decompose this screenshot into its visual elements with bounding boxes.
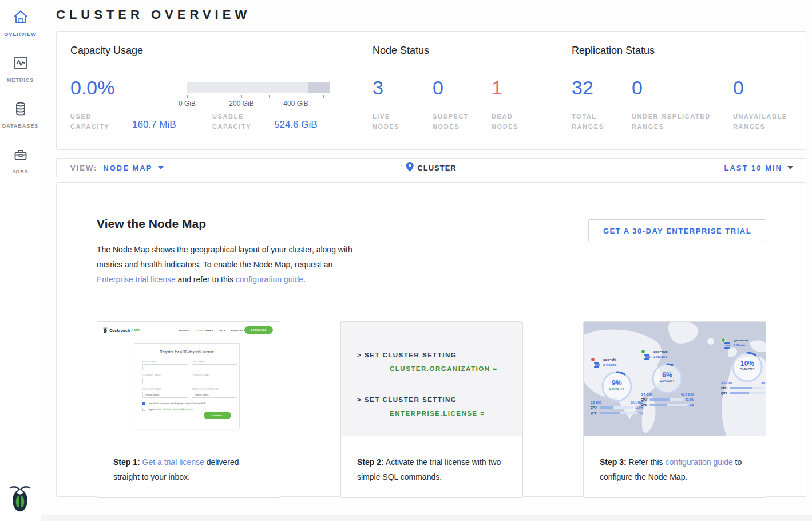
register-site-preview: Cockroach LABS PRODUCT CUSTOMERS DOCS RE… — [97, 322, 280, 436]
nav-item[interactable]: CUSTOMERS — [197, 329, 213, 332]
nav-item[interactable]: PRODUCT — [179, 329, 192, 332]
view-selector-dropdown[interactable]: VIEW: NODE MAP — [70, 159, 164, 177]
under-replicated-ranges-label: UNDER-REPLICATED RANGES — [632, 111, 723, 132]
step-prefix: Step 1: — [113, 457, 140, 467]
qps-label: QPS — [641, 403, 648, 406]
locality-widget-nyc[interactable]: geo=nyc 2 Nodes 6% CAPACITY — [641, 349, 694, 406]
replication-status-title: Replication Status — [572, 45, 655, 57]
sidebar-item-label: METRICS — [7, 77, 34, 83]
usable-capacity-label: USABLE CAPACITY — [212, 111, 264, 132]
node-map-image-preview: geo=sfo 2 Nodes 9% CAPACITY — [584, 322, 766, 436]
intro-text: The Node Map shows the geographical layo… — [97, 245, 352, 269]
usable-capacity-value: 524.6 GiB — [274, 119, 318, 131]
configuration-guide-link[interactable]: configuration guide — [236, 275, 303, 284]
capacity-percent: 6% — [651, 371, 684, 379]
cpu-label: CPU — [721, 386, 728, 390]
license-agree-checkbox-row[interactable]: I agree to the Software License Agreemen… — [142, 408, 193, 411]
field-label: PROJECT PHASE — [142, 388, 161, 390]
sql-commands-preview: > SET CLUSTER SETTING CLUSTER.ORGANIZATI… — [341, 322, 522, 436]
capacity-percent: 10% — [731, 360, 764, 368]
locality-name: geo=sfo — [603, 358, 616, 361]
capacity-label: CAPACITY — [651, 380, 684, 382]
intro-text: and refer to this — [176, 275, 236, 284]
get-trial-license-link[interactable]: Get a trial license — [142, 457, 204, 467]
locality-widget-ams[interactable]: geo=ams 1 Node 10% CAPACITY — [721, 338, 766, 395]
capacity-axis-label: 200 GiB — [229, 100, 253, 108]
project-phase-select[interactable]: Please Select — [142, 392, 188, 398]
jobs-icon — [13, 147, 29, 163]
field-label: LAST NAME — [192, 361, 204, 363]
capacity-axis-tick — [187, 95, 188, 98]
node-map-panel: View the Node Map The Node Map shows the… — [56, 182, 806, 497]
suspect-nodes-count: 0 — [433, 77, 443, 99]
qps-value: 0.8 — [690, 403, 694, 406]
cpu-value: 42.5% — [686, 398, 694, 401]
nav-item[interactable]: DOCS — [219, 329, 226, 332]
cpu-sparkbar — [649, 398, 684, 401]
sidebar-item-metrics[interactable]: METRICS — [0, 55, 41, 84]
first-name-input[interactable] — [142, 364, 188, 370]
node-status-title: Node Status — [373, 45, 429, 57]
unavailable-ranges-count: 0 — [733, 77, 744, 99]
field-label: FIRST NAME — [142, 361, 156, 363]
qps-sparkbar — [649, 404, 688, 406]
field-label: REASON FOR INTEREST — [192, 388, 219, 390]
checkbox-label: I agree to the — [148, 408, 161, 411]
checkbox-unchecked-icon[interactable] — [142, 408, 145, 411]
cluster-breadcrumb: CLUSTER — [406, 159, 456, 177]
step2-card: > SET CLUSTER SETTING CLUSTER.ORGANIZATI… — [340, 321, 523, 498]
node-icon — [644, 352, 651, 362]
locality-name: geo=ams — [734, 338, 748, 342]
capacity-bar — [187, 82, 330, 93]
capacity-label: CAPACITY — [600, 388, 633, 390]
page-bottom-strip — [41, 515, 812, 521]
cluster-overview-page: OVERVIEW METRICS DATABASES — [0, 0, 812, 521]
capacity-axis-label: 400 GiB — [283, 100, 308, 108]
sidebar: OVERVIEW METRICS DATABASES — [0, 0, 41, 521]
node-map-heading: View the Node Map — [97, 217, 206, 231]
sidebar-item-jobs[interactable]: JOBS — [0, 147, 41, 176]
location-pin-icon — [406, 162, 413, 174]
field-label: COMPANY NAME — [142, 374, 161, 377]
sidebar-item-label: JOBS — [12, 169, 29, 175]
license-agreement-link[interactable]: Software License Agreement. — [164, 408, 193, 411]
get-enterprise-trial-button[interactable]: GET A 30-DAY ENTERPRISE TRIAL — [588, 219, 766, 242]
enterprise-trial-license-link[interactable]: Enterprise trial license — [97, 275, 176, 284]
capacity-used-percent: 0.0% — [70, 77, 115, 99]
download-button[interactable]: DOWNLOAD — [244, 326, 273, 334]
checkbox-label: I would like to receive email updates ab… — [148, 402, 206, 405]
node-icon — [594, 360, 600, 370]
sidebar-item-databases[interactable]: DATABASES — [0, 101, 41, 130]
used-capacity-label: USED CAPACITY — [70, 111, 118, 132]
company-name-input[interactable] — [142, 378, 188, 384]
step1-caption: Step 1: Get a trial license delivered st… — [97, 436, 280, 497]
capacity-bar-reserved-segment — [308, 82, 330, 93]
under-replicated-ranges-count: 0 — [632, 77, 643, 99]
step3-caption: Step 3: Refer this configuration guide t… — [584, 436, 766, 497]
live-nodes-label: LIVE NODES — [373, 111, 418, 132]
capacity-label: CAPACITY — [731, 368, 764, 371]
dead-nodes-label: DEAD NODES — [492, 111, 537, 132]
form-title: Register for a 30-day trial license — [134, 350, 239, 354]
cpu-label: CPU — [591, 406, 597, 409]
step1-card: Cockroach LABS PRODUCT CUSTOMERS DOCS RE… — [97, 321, 280, 498]
email-updates-checkbox-row[interactable]: I would like to receive email updates ab… — [142, 402, 206, 405]
configuration-guide-link[interactable]: configuration guide — [665, 457, 732, 467]
locality-widget-sfo[interactable]: geo=sfo 2 Nodes 9% CAPACITY — [591, 357, 643, 415]
locality-node-count: 2 Nodes — [653, 355, 667, 358]
time-range-dropdown[interactable]: LAST 10 MIN — [724, 159, 793, 177]
sql-setting-line: CLUSTER.ORGANIZATION = — [357, 362, 522, 376]
page-title: CLUSTER OVERVIEW — [56, 7, 251, 22]
qps-sparkbar — [730, 392, 766, 394]
locality-node-count: 1 Node — [734, 344, 745, 347]
view-selected-value: NODE MAP — [103, 164, 152, 172]
sidebar-item-overview[interactable]: OVERVIEW — [0, 9, 41, 38]
last-name-input[interactable] — [192, 364, 237, 370]
capacity-axis-tick — [296, 95, 296, 98]
unavailable-ranges-label: UNAVAILABLE RANGES — [733, 111, 796, 132]
company-email-input[interactable] — [192, 378, 237, 384]
checkbox-checked-icon[interactable] — [142, 402, 145, 405]
dead-nodes-count: 1 — [492, 77, 502, 99]
reason-select[interactable]: Please Select — [192, 392, 237, 398]
submit-button[interactable]: SUBMIT — [204, 412, 231, 419]
